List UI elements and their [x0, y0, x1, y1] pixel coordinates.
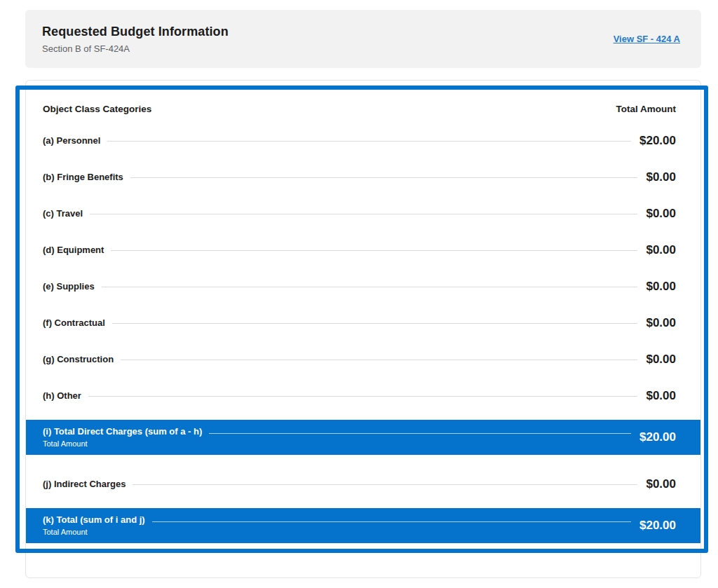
header-text-block: Requested Budget Information Section B o… — [42, 25, 229, 54]
page: Requested Budget Information Section B o… — [0, 0, 718, 588]
leader-line — [133, 484, 637, 485]
category-label: (h) Other — [43, 390, 81, 402]
column-header-total-amount: Total Amount — [616, 104, 676, 114]
category-label-block: (d) Equipment — [43, 245, 104, 256]
category-label: (e) Supplies — [43, 281, 95, 292]
category-label: (b) Fringe Benefits — [43, 172, 123, 183]
amount-value: $0.00 — [646, 170, 676, 184]
leader-line — [130, 177, 638, 178]
view-sf424a-link[interactable]: View SF - 424 A — [614, 34, 680, 44]
table-header-row: Object Class Categories Total Amount — [26, 95, 700, 123]
amount-value: $0.00 — [646, 280, 676, 294]
amount-value: $0.00 — [646, 389, 676, 403]
category-label-block: (e) Supplies — [43, 281, 95, 292]
leader-line — [152, 521, 631, 522]
amount-value: $0.00 — [646, 316, 676, 330]
budget-row: (i) Total Direct Charges (sum of a - h) … — [26, 420, 700, 455]
category-label-block: (g) Construction — [43, 354, 114, 365]
category-label-block: (f) Contractual — [43, 317, 105, 329]
budget-rows-list: (a) Personnel $20.00 (b) Fringe Benefits… — [26, 123, 700, 543]
category-label: (k) Total (sum of i and j) — [43, 514, 145, 526]
category-label-block: (j) Indirect Charges — [43, 479, 126, 490]
budget-row: (a) Personnel $20.00 — [26, 123, 700, 159]
category-label-block: (b) Fringe Benefits — [43, 172, 123, 183]
category-label-block: (k) Total (sum of i and j) Total Amount — [43, 514, 145, 536]
leader-line — [107, 141, 631, 142]
category-label: (a) Personnel — [43, 135, 100, 146]
section-header-card: Requested Budget Information Section B o… — [25, 10, 701, 68]
category-label: (c) Travel — [43, 208, 83, 219]
category-sublabel: Total Amount — [43, 439, 202, 449]
budget-row: (e) Supplies $0.00 — [26, 268, 700, 305]
category-label-block: (a) Personnel — [43, 135, 100, 146]
category-label-block: (c) Travel — [43, 208, 83, 219]
amount-value: $20.00 — [639, 134, 676, 148]
budget-row: (d) Equipment $0.00 — [26, 232, 700, 268]
category-label-block: (h) Other — [43, 390, 81, 402]
amount-value: $20.00 — [639, 519, 676, 533]
leader-line — [209, 433, 631, 434]
category-label: (j) Indirect Charges — [43, 479, 126, 490]
leader-line — [102, 287, 638, 287]
amount-value: $0.00 — [646, 477, 676, 491]
budget-row: (b) Fringe Benefits $0.00 — [26, 159, 700, 196]
amount-value: $0.00 — [646, 353, 676, 367]
budget-table-card: Object Class Categories Total Amount (a)… — [25, 80, 701, 578]
budget-row: (k) Total (sum of i and j) Total Amount … — [26, 508, 700, 543]
leader-line — [88, 396, 638, 397]
amount-value: $20.00 — [639, 430, 676, 444]
page-title: Requested Budget Information — [42, 25, 229, 39]
category-label: (f) Contractual — [43, 317, 105, 329]
category-label: (i) Total Direct Charges (sum of a - h) — [43, 426, 202, 437]
leader-line — [111, 250, 637, 251]
leader-line — [112, 323, 638, 324]
amount-value: $0.00 — [646, 207, 676, 221]
leader-line — [121, 360, 637, 360]
budget-row: (c) Travel $0.00 — [26, 196, 700, 232]
category-label-block: (i) Total Direct Charges (sum of a - h) … — [43, 426, 202, 448]
column-header-categories: Object Class Categories — [43, 104, 151, 114]
budget-row: (g) Construction $0.00 — [26, 341, 700, 378]
leader-line — [90, 214, 637, 214]
category-label: (g) Construction — [43, 354, 114, 365]
budget-row: (h) Other $0.00 — [26, 378, 700, 414]
page-subtitle: Section B of SF-424A — [42, 43, 229, 54]
category-sublabel: Total Amount — [43, 528, 145, 537]
category-label: (d) Equipment — [43, 245, 104, 256]
amount-value: $0.00 — [646, 243, 676, 257]
budget-row: (f) Contractual $0.00 — [26, 305, 700, 341]
budget-row: (j) Indirect Charges $0.00 — [26, 466, 700, 502]
